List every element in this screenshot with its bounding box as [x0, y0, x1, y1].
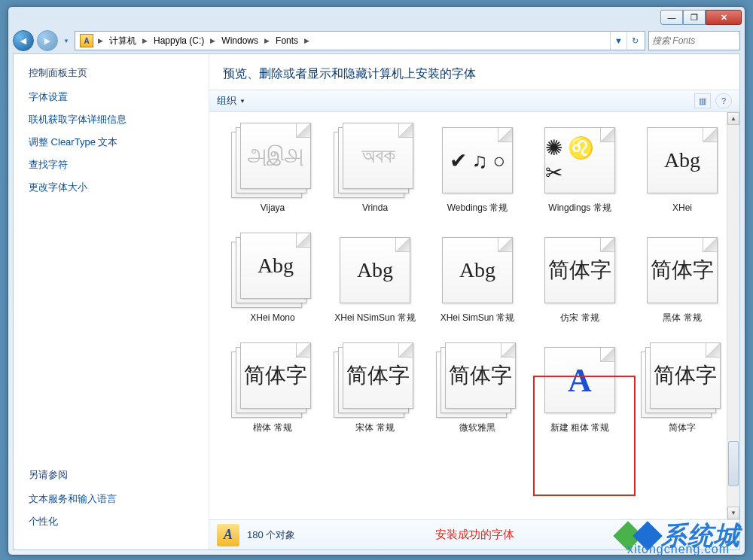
sidebar-link-find-char[interactable]: 查找字符 — [29, 158, 194, 172]
font-sample-glyph: 简体字 — [241, 343, 310, 408]
font-label: 简体字 — [667, 422, 697, 445]
organize-label: 组织 — [217, 94, 236, 108]
font-sample-glyph: 简体字 — [648, 238, 717, 303]
font-item[interactable]: AbgXHei NSimSun 常规 — [327, 230, 423, 335]
font-thumbnail: ✺ ♌ ✂ — [538, 123, 621, 198]
font-item[interactable]: ✔ ♫ ○Webdings 常规 — [429, 120, 526, 225]
font-sample-glyph: ✺ ♌ ✂ — [545, 128, 614, 193]
scroll-thumb[interactable] — [728, 441, 739, 486]
font-sample-glyph: அஇ௮ — [241, 123, 310, 188]
scroll-track[interactable] — [727, 125, 739, 507]
scroll-up-button[interactable]: ▲ — [727, 112, 739, 125]
scroll-down-button[interactable]: ▼ — [727, 507, 739, 519]
search-input[interactable]: 搜索 Fonts — [648, 31, 740, 50]
breadcrumb[interactable]: Windows — [217, 32, 263, 50]
watermark-url: xitongcheng.com — [627, 543, 730, 556]
font-label: 仿宋 常规 — [559, 312, 600, 335]
window-body: 控制面板主页 字体设置 联机获取字体详细信息 调整 ClearType 文本 查… — [13, 53, 740, 550]
organize-button[interactable]: 组织 ▼ — [217, 94, 245, 108]
font-item[interactable]: AbgXHei — [634, 120, 730, 225]
font-label: XHei NSimSun 常规 — [333, 312, 416, 335]
font-sample-glyph: Abg — [340, 238, 410, 303]
sidebar-link-cleartype[interactable]: 调整 ClearType 文本 — [29, 135, 194, 149]
font-label: XHei — [671, 202, 694, 225]
font-thumbnail: 简体字 — [436, 342, 519, 418]
sidebar-link-font-settings[interactable]: 字体设置 — [29, 90, 194, 104]
main-panel: 预览、删除或者显示和隐藏计算机上安装的字体 组织 ▼ ▥ ? அஇ௮Vijaya… — [209, 54, 739, 549]
sidebar-link-online-fonts[interactable]: 联机获取字体详细信息 — [29, 113, 194, 126]
maximize-button[interactable]: ❐ — [683, 10, 706, 25]
annotation-red-text: 安装成功的字体 — [435, 528, 514, 542]
font-sample-glyph: 简体字 — [651, 343, 720, 408]
font-label: 楷体 常规 — [252, 422, 293, 445]
address-bar[interactable]: A ▶ 计算机 ▶ Happyla (C:) ▶ Windows ▶ Fonts… — [75, 31, 645, 50]
breadcrumb[interactable]: Happyla (C:) — [149, 32, 209, 50]
font-item[interactable]: অবকVrinda — [327, 120, 423, 225]
nav-toolbar: ◄ ► ▼ A ▶ 计算机 ▶ Happyla (C:) ▶ Windows ▶… — [8, 28, 745, 53]
font-sample-glyph: ✔ ♫ ○ — [443, 128, 512, 193]
sidebar-link-font-size[interactable]: 更改字体大小 — [29, 181, 194, 194]
font-thumbnail: 简体字 — [231, 342, 314, 418]
font-thumbnail: 简体字 — [538, 233, 621, 308]
font-sample-glyph: 简体字 — [446, 343, 515, 408]
font-label: Vrinda — [361, 202, 389, 225]
font-grid: அஇ௮VijayaঅবকVrinda✔ ♫ ○Webdings 常规✺ ♌ ✂W… — [209, 112, 739, 452]
font-item[interactable]: 简体字楷体 常规 — [224, 339, 321, 445]
sidebar-see-also-heading: 另请参阅 — [29, 468, 194, 482]
font-item[interactable]: அஇ௮Vijaya — [224, 120, 321, 225]
back-button[interactable]: ◄ — [13, 30, 34, 51]
sidebar-link-personalize[interactable]: 个性化 — [29, 515, 194, 528]
font-thumbnail: Abg — [334, 233, 416, 308]
font-thumbnail: 简体字 — [334, 342, 416, 418]
status-count: 180 个对象 — [247, 528, 295, 542]
font-item[interactable]: AbgXHei SimSun 常规 — [429, 230, 526, 335]
font-item[interactable]: 简体字微软雅黑 — [429, 339, 526, 445]
font-label: Vijaya — [259, 202, 286, 225]
help-button[interactable]: ? — [715, 93, 732, 108]
font-label: Webdings 常规 — [446, 202, 509, 225]
breadcrumb[interactable]: Fonts — [271, 32, 303, 50]
titlebar: — ❐ ✕ — [8, 7, 745, 28]
refresh-button[interactable]: ↻ — [626, 32, 643, 50]
crumb-arrow-icon[interactable]: ▶ — [263, 32, 271, 50]
view-options-button[interactable]: ▥ — [694, 93, 711, 108]
font-item[interactable]: 简体字仿宋 常规 — [532, 230, 628, 335]
explorer-window: — ❐ ✕ ◄ ► ▼ A ▶ 计算机 ▶ Happyla (C:) ▶ Win… — [8, 6, 745, 555]
vertical-scrollbar[interactable]: ▲ ▼ — [727, 112, 739, 519]
search-placeholder: 搜索 Fonts — [652, 35, 695, 47]
minimize-button[interactable]: — — [660, 10, 683, 25]
crumb-arrow-icon[interactable]: ▶ — [209, 32, 217, 50]
font-sample-glyph: 简体字 — [545, 238, 614, 303]
font-item[interactable]: ✺ ♌ ✂Wingdings 常规 — [532, 120, 628, 225]
font-label: 新建 粗体 常规 — [549, 422, 611, 445]
chevron-down-icon: ▼ — [239, 98, 245, 105]
font-thumbnail: ✔ ♫ ○ — [436, 123, 519, 198]
font-item[interactable]: 简体字简体字 — [634, 339, 730, 445]
font-item[interactable]: 简体字黑体 常规 — [634, 230, 730, 335]
font-label: 宋体 常规 — [354, 422, 395, 445]
font-item[interactable]: AbgXHei Mono — [224, 230, 321, 335]
font-sample-glyph: অবক — [343, 123, 413, 188]
fonts-folder-icon: A — [80, 34, 93, 47]
forward-button[interactable]: ► — [37, 30, 58, 51]
breadcrumb[interactable]: 计算机 — [105, 32, 141, 50]
crumb-arrow-icon[interactable]: ▶ — [141, 32, 149, 50]
font-thumbnail: 简体字 — [641, 342, 724, 418]
font-thumbnail: A — [538, 342, 621, 418]
sidebar: 控制面板主页 字体设置 联机获取字体详细信息 调整 ClearType 文本 查… — [14, 54, 209, 549]
history-dropdown[interactable]: ▼ — [61, 32, 72, 49]
font-thumbnail: Abg — [436, 233, 519, 308]
font-item[interactable]: 简体字宋体 常规 — [327, 339, 423, 445]
crumb-arrow-icon[interactable]: ▶ — [303, 32, 311, 50]
address-dropdown[interactable]: ▼ — [610, 32, 626, 50]
font-thumbnail: அஇ௮ — [231, 123, 314, 198]
font-sample-glyph: A — [545, 348, 614, 412]
font-item[interactable]: A新建 粗体 常规 — [532, 339, 628, 445]
sidebar-heading: 控制面板主页 — [29, 66, 194, 80]
font-label: XHei Mono — [248, 312, 296, 335]
crumb-arrow-icon[interactable]: ▶ — [96, 32, 105, 50]
font-sample-glyph: Abg — [648, 128, 717, 193]
font-sample-glyph: Abg — [241, 233, 310, 298]
close-button[interactable]: ✕ — [706, 10, 742, 25]
sidebar-link-text-services[interactable]: 文本服务和输入语言 — [29, 492, 194, 506]
